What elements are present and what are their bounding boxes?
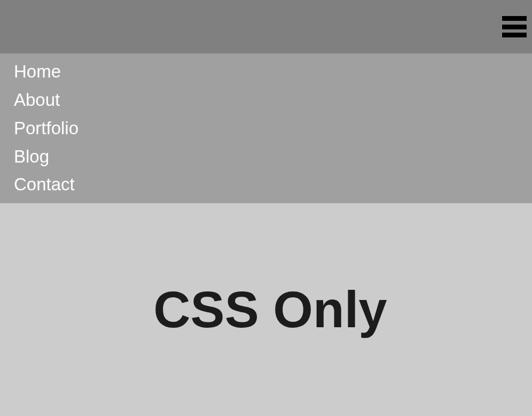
hamburger-line <box>502 33 527 37</box>
nav-item-portfolio[interactable]: Portfolio <box>14 119 532 138</box>
nav-item-about[interactable]: About <box>14 90 532 110</box>
hamburger-line <box>502 16 527 21</box>
navigation-menu: Home About Portfolio Blog Contact <box>0 53 532 203</box>
main-content: CSS Only <box>0 203 532 416</box>
nav-item-blog[interactable]: Blog <box>14 147 532 166</box>
hamburger-line <box>502 25 527 29</box>
nav-item-home[interactable]: Home <box>14 62 532 81</box>
hamburger-menu-icon[interactable] <box>502 16 527 37</box>
nav-item-contact[interactable]: Contact <box>14 175 532 194</box>
page-title: CSS Only <box>153 280 387 339</box>
page-header <box>0 0 532 53</box>
